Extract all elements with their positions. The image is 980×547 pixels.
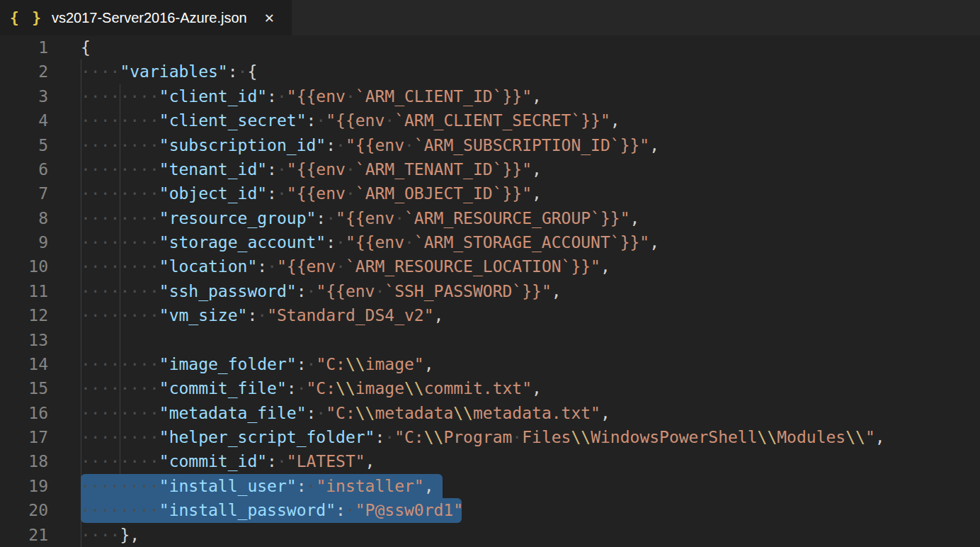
- code-line[interactable]: 15········"commit_file":·"C:\\image\\com…: [0, 376, 980, 400]
- code-line[interactable]: 14········"image_folder":·"C:\\image",: [0, 352, 980, 376]
- line-number[interactable]: 7: [0, 181, 48, 205]
- token-pun: :: [375, 428, 384, 446]
- token-str: "{{env: [287, 87, 346, 106]
- line-number[interactable]: 21: [0, 523, 48, 547]
- code-line[interactable]: 17········"helper_script_folder":·"C:\\P…: [0, 425, 980, 449]
- line-number[interactable]: 11: [0, 279, 48, 303]
- token-key: "variables": [120, 62, 227, 81]
- token-ws: ·: [384, 428, 394, 446]
- token-esc: \\: [404, 379, 424, 397]
- token-pun: ,: [532, 184, 542, 203]
- tab-filename: vs2017-Server2016-Azure.json: [52, 10, 247, 26]
- token-pun: },: [120, 526, 139, 544]
- json-file-icon: { }: [10, 9, 43, 26]
- token-str: Files: [522, 428, 571, 446]
- code-text: ········"install_user":·"installer",: [48, 474, 434, 498]
- token-ws: ········: [81, 87, 159, 106]
- line-number[interactable]: 16: [0, 401, 48, 425]
- token-ws: ········: [81, 111, 159, 130]
- code-line[interactable]: 7········"object_id":·"{{env·`ARM_OBJECT…: [0, 181, 980, 205]
- token-pun: ,: [532, 379, 542, 397]
- token-ws: ·: [336, 136, 346, 154]
- token-key: "tenant_id": [159, 160, 267, 179]
- token-pun: :: [307, 111, 317, 130]
- line-number[interactable]: 20: [0, 498, 48, 522]
- token-pun: :: [297, 477, 307, 495]
- token-key: "subscription_id": [159, 136, 326, 154]
- code-line[interactable]: 18········"commit_id":·"LATEST",: [0, 449, 980, 473]
- token-pun: ,: [649, 136, 659, 154]
- token-str: WindowsPowerShell: [591, 428, 757, 446]
- token-ws: ·: [267, 257, 277, 276]
- line-number[interactable]: 9: [0, 230, 48, 254]
- line-number[interactable]: 8: [0, 206, 48, 230]
- line-number[interactable]: 18: [0, 449, 48, 473]
- code-text: ········"helper_script_folder":·"C:\\Pro…: [48, 425, 885, 449]
- line-number[interactable]: 13: [0, 328, 48, 352]
- code-line[interactable]: 11········"ssh_password":·"{{env·`SSH_PA…: [0, 279, 980, 303]
- token-ws: ·: [307, 477, 317, 495]
- token-str: image": [365, 355, 424, 373]
- code-line[interactable]: 13: [0, 328, 980, 352]
- line-number[interactable]: 17: [0, 425, 48, 449]
- token-ws: ·: [277, 160, 287, 179]
- code-line[interactable]: 9········"storage_account":·"{{env·`ARM_…: [0, 230, 980, 254]
- code-line[interactable]: 1{: [0, 35, 980, 60]
- code-line[interactable]: 4········"client_secret":·"{{env·`ARM_CL…: [0, 108, 980, 132]
- token-ws: ·: [307, 355, 317, 373]
- code-line[interactable]: 16········"metadata_file":·"C:\\metadata…: [0, 401, 980, 425]
- code-text: ········"commit_id":·"LATEST",: [48, 449, 375, 473]
- token-ws: ····: [81, 62, 120, 81]
- token-key: "commit_file": [159, 379, 287, 397]
- line-number[interactable]: 6: [0, 157, 48, 181]
- code-line[interactable]: 20········"install_password":·"P@ssw0rd1…: [0, 498, 980, 522]
- token-ws: ········: [81, 404, 159, 422]
- token-esc: \\: [453, 404, 473, 422]
- line-number[interactable]: 12: [0, 303, 48, 327]
- code-line[interactable]: 2····"variables":·{: [0, 60, 980, 84]
- tab-bar: { } vs2017-Server2016-Azure.json ✕: [0, 0, 980, 35]
- code-line[interactable]: 5········"subscription_id":·"{{env·`ARM_…: [0, 133, 980, 157]
- line-number[interactable]: 4: [0, 108, 48, 132]
- code-line[interactable]: 21····},: [0, 523, 980, 547]
- token-ws: ········: [81, 428, 159, 446]
- line-number[interactable]: 5: [0, 133, 48, 157]
- code-text: ····"variables":·{: [48, 60, 257, 84]
- token-pun: :: [316, 209, 326, 227]
- code-line[interactable]: 12········"vm_size":·"Standard_DS4_v2",: [0, 303, 980, 327]
- token-ws: ·: [326, 209, 336, 227]
- token-pun: :: [267, 87, 277, 106]
- line-number[interactable]: 1: [0, 35, 48, 60]
- token-key: "object_id": [159, 184, 267, 203]
- token-pun: :: [297, 282, 307, 300]
- editor-tab[interactable]: { } vs2017-Server2016-Azure.json ✕: [0, 0, 292, 35]
- editor[interactable]: 1{2····"variables":·{3········"client_id…: [0, 35, 980, 547]
- line-number[interactable]: 14: [0, 352, 48, 376]
- token-str: "installer": [316, 477, 423, 495]
- code-line[interactable]: 3········"client_id":·"{{env·`ARM_CLIENT…: [0, 84, 980, 108]
- code-line[interactable]: 10········"location":·"{{env·`ARM_RESOUR…: [0, 254, 980, 278]
- line-number[interactable]: 10: [0, 254, 48, 278]
- code-text: ········"object_id":·"{{env·`ARM_OBJECT_…: [48, 181, 542, 205]
- token-ws: ·: [307, 282, 317, 300]
- code-text: ········"storage_account":·"{{env·`ARM_S…: [48, 230, 659, 254]
- code-line[interactable]: 8········"resource_group":·"{{env·`ARM_R…: [0, 206, 980, 230]
- code-text: ········"client_secret":·"{{env·`ARM_CLI…: [48, 108, 620, 132]
- code-line[interactable]: 19········"install_user":·"installer",: [0, 474, 980, 498]
- line-number[interactable]: 3: [0, 84, 48, 108]
- token-ws: ·: [346, 160, 355, 179]
- token-ws: ·: [238, 62, 248, 81]
- line-number[interactable]: 19: [0, 474, 48, 498]
- token-pun: :: [287, 379, 297, 397]
- token-ws: ·: [336, 257, 346, 276]
- token-str: "P@ssw0rd1": [355, 501, 463, 519]
- code-text: ········"install_password":·"P@ssw0rd1": [48, 498, 463, 522]
- token-ws: ·: [277, 184, 287, 203]
- vscode-window: { } vs2017-Server2016-Azure.json ✕ 1{2··…: [0, 0, 980, 547]
- code-line[interactable]: 6········"tenant_id":·"{{env·`ARM_TENANT…: [0, 157, 980, 181]
- token-ws: ········: [81, 184, 159, 203]
- token-ws: ········: [81, 282, 159, 300]
- close-tab-icon[interactable]: ✕: [261, 9, 278, 27]
- line-number[interactable]: 15: [0, 376, 48, 400]
- line-number[interactable]: 2: [0, 60, 48, 84]
